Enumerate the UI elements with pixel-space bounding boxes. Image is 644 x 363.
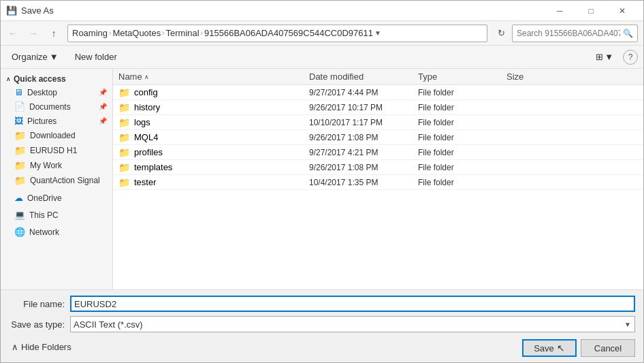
col-header-size[interactable]: Size: [506, 72, 561, 82]
search-icon: 🔍: [623, 29, 633, 38]
network-label: Network: [29, 227, 59, 237]
title-controls: ─ □ ✕: [544, 1, 638, 21]
mywork-folder-icon: 📁: [14, 160, 26, 171]
table-row[interactable]: 📁 history 9/26/2017 10:17 PM File folder: [113, 100, 643, 115]
file-type: File folder: [418, 88, 506, 97]
save-label: Save: [534, 343, 554, 353]
desktop-label: Desktop: [27, 88, 57, 97]
documents-icon: 📄: [14, 101, 25, 112]
downloaded-label: Downloaded: [30, 131, 76, 140]
file-type: File folder: [418, 133, 506, 142]
sidebar-item-onedrive[interactable]: ☁ OneDrive: [1, 191, 112, 205]
sidebar-item-downloaded[interactable]: 📁 Downloaded: [1, 128, 112, 143]
organize-button[interactable]: Organize ▼: [6, 50, 64, 64]
file-name-text: logs: [134, 117, 150, 127]
search-input[interactable]: [517, 29, 620, 38]
breadcrumb-item-terminal: Terminal ›: [166, 28, 204, 38]
col-header-type[interactable]: Type: [418, 72, 506, 82]
quick-access-chevron: ∧: [6, 76, 11, 82]
file-type: File folder: [418, 148, 506, 157]
file-date: 10/4/2017 1:35 PM: [309, 178, 418, 187]
pin-icon-pictures: 📌: [99, 117, 107, 125]
new-folder-button[interactable]: New folder: [69, 50, 123, 64]
sidebar-item-thispc[interactable]: 💻 This PC: [1, 208, 112, 222]
sidebar-item-documents[interactable]: 📄 Documents 📌: [1, 99, 112, 114]
breadcrumb-bar[interactable]: Roaming › MetaQuotes › Terminal › 915566…: [67, 25, 487, 42]
col-header-name[interactable]: Name ∧: [118, 72, 309, 82]
file-name-text: config: [134, 87, 158, 97]
file-type: File folder: [418, 118, 506, 127]
save-as-dialog: 💾 Save As ─ □ ✕ ← → ↑ Roaming › MetaQuot…: [0, 0, 644, 363]
col-header-date[interactable]: Date modified: [309, 72, 418, 82]
hide-folders-label: Hide Folders: [21, 342, 71, 352]
sidebar-item-eurusd[interactable]: 📁 EURUSD H1: [1, 143, 112, 158]
file-rows-container: 📁 config 9/27/2017 4:44 PM File folder 📁…: [113, 85, 643, 190]
up-button[interactable]: ↑: [44, 24, 63, 43]
documents-label: Documents: [29, 102, 71, 112]
table-row[interactable]: 📁 config 9/27/2017 4:44 PM File folder: [113, 85, 643, 100]
cursor-indicator: ↖: [557, 343, 565, 353]
title-bar-left: 💾 Save As: [6, 5, 54, 16]
table-row[interactable]: 📁 logs 10/10/2017 1:17 PM File folder: [113, 115, 643, 130]
onedrive-icon: ☁: [14, 193, 23, 203]
file-name: 📁 config: [118, 87, 309, 98]
filetype-select[interactable]: ASCII Text (*.csv) CSV (Comma delimited)…: [70, 316, 635, 332]
pictures-icon: 🖼: [14, 116, 23, 126]
help-button[interactable]: ?: [623, 50, 638, 65]
breadcrumb-item-roaming: Roaming ›: [72, 28, 112, 38]
filetype-wrapper: ASCII Text (*.csv) CSV (Comma delimited)…: [70, 316, 635, 332]
sidebar-item-desktop[interactable]: 🖥 Desktop 📌: [1, 85, 112, 99]
file-date: 10/10/2017 1:17 PM: [309, 118, 418, 127]
sidebar-item-pictures[interactable]: 🖼 Pictures 📌: [1, 114, 112, 128]
main-content: ∧ Quick access 🖥 Desktop 📌 📄 Documents 📌…: [1, 69, 643, 289]
back-button[interactable]: ←: [3, 24, 22, 43]
save-button[interactable]: Save ↖: [522, 339, 577, 357]
organize-chevron: ▼: [50, 52, 59, 62]
folder-icon: 📁: [118, 177, 130, 188]
file-list: Name ∧ Date modified Type Size 📁 config: [113, 69, 643, 289]
forward-button[interactable]: →: [24, 24, 43, 43]
sort-chevron: ∧: [144, 74, 149, 80]
file-date: 9/27/2017 4:44 PM: [309, 88, 418, 97]
filename-row: File name:: [9, 296, 635, 312]
file-date: 9/26/2017 1:08 PM: [309, 163, 418, 172]
downloaded-folder-icon: 📁: [14, 130, 26, 141]
refresh-button[interactable]: ↻: [492, 24, 511, 43]
file-name: 📁 MQL4: [118, 132, 309, 143]
table-row[interactable]: 📁 tester 10/4/2017 1:35 PM File folder: [113, 175, 643, 190]
quantaction-label: QuantAction Signal: [30, 176, 100, 185]
file-name: 📁 history: [118, 102, 309, 113]
sidebar-item-network[interactable]: 🌐 Network: [1, 225, 112, 239]
maximize-button[interactable]: □: [575, 1, 607, 21]
search-box: 🔍: [512, 25, 638, 42]
folder-icon: 📁: [118, 162, 130, 173]
hide-folders-button[interactable]: ∧ Hide Folders: [9, 341, 74, 353]
table-row[interactable]: 📁 profiles 9/27/2017 4:21 PM File folder: [113, 145, 643, 160]
table-row[interactable]: 📁 MQL4 9/26/2017 1:08 PM File folder: [113, 130, 643, 145]
file-type: File folder: [418, 103, 506, 112]
filename-input[interactable]: [70, 296, 635, 312]
file-name: 📁 profiles: [118, 147, 309, 158]
file-name-text: tester: [134, 177, 157, 187]
view-button[interactable]: ⊞ ▼: [592, 50, 617, 64]
close-button[interactable]: ✕: [607, 1, 638, 21]
hide-folders-chevron: ∧: [12, 342, 18, 352]
file-name: 📁 tester: [118, 177, 309, 188]
folder-icon: 📁: [118, 132, 130, 143]
sidebar-item-quantaction[interactable]: 📁 QuantAction Signal: [1, 173, 112, 188]
bottom-footer: ∧ Hide Folders Save ↖ Cancel: [9, 336, 635, 357]
breadcrumb-item-guid: 915566BA06ADA407569C544CC0D97611 ▼: [204, 28, 381, 38]
pin-icon-desktop: 📌: [99, 89, 107, 96]
file-date: 9/26/2017 10:17 PM: [309, 103, 418, 112]
form-buttons: Save ↖ Cancel: [522, 339, 635, 357]
folder-icon: 📁: [118, 147, 130, 158]
folder-icon: 📁: [118, 87, 130, 98]
mywork-label: My Work: [30, 161, 62, 170]
nav-toolbar: ← → ↑ Roaming › MetaQuotes › Terminal › …: [1, 21, 643, 46]
onedrive-label: OneDrive: [27, 193, 62, 203]
sidebar-item-mywork[interactable]: 📁 My Work: [1, 158, 112, 173]
quick-access-header[interactable]: ∧ Quick access: [1, 72, 112, 85]
table-row[interactable]: 📁 templates 9/26/2017 1:08 PM File folde…: [113, 160, 643, 175]
minimize-button[interactable]: ─: [544, 1, 575, 21]
cancel-button[interactable]: Cancel: [581, 339, 635, 357]
